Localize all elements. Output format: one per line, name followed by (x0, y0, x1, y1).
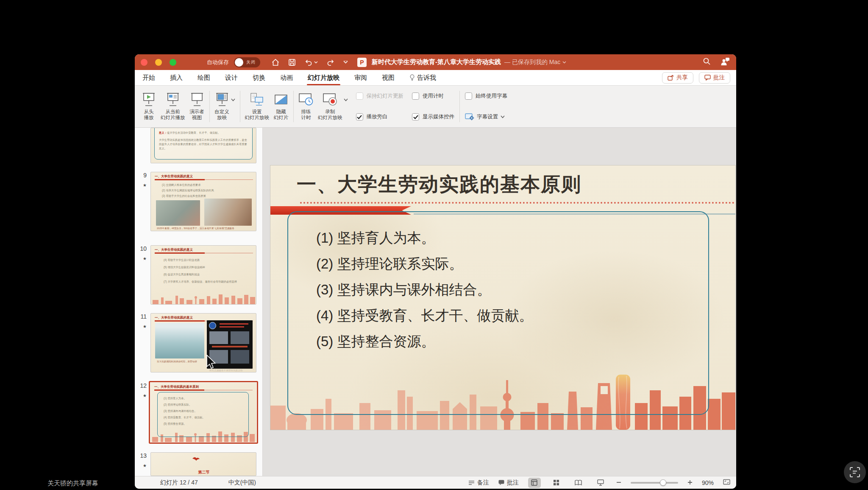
comments-statusbar-button[interactable]: 批注 (498, 479, 519, 487)
screen-share-label: 关天骄的共享屏幕 (47, 479, 98, 487)
autosave-toggle[interactable]: 关闭 (234, 57, 260, 67)
thumbnail-photo (204, 199, 252, 226)
slide-sorter-view-button[interactable] (550, 478, 563, 488)
slide-number: 13 (136, 452, 147, 459)
zoom-out-button[interactable] (616, 479, 621, 486)
comments-button[interactable]: 批注 (699, 72, 730, 84)
thumbnail-slide-13[interactable]: 第二节 (150, 452, 256, 476)
caption-settings-button[interactable]: 字幕设置 (465, 113, 507, 120)
mouse-cursor (206, 355, 216, 370)
thumbnail-slide-12-selected[interactable]: 一、大学生劳动实践的基本原则 (1) 坚持育人为本。 (2) 坚持理论联系实际。… (149, 381, 258, 444)
zoom-percentage[interactable]: 90% (702, 479, 714, 486)
thumbnail-slide-8[interactable]: 团活动、个人生活劳动等。 意义：使大学生在活动中受教育、长才干、做贡献。 大学生… (150, 128, 256, 163)
saved-status[interactable]: — 已保存到我的 Mac (504, 59, 560, 66)
thumbnail-slide-10[interactable]: 一、大学生劳动实践的意义 (4) 有助于大学生设计职业道路 (5) 增强大学生创… (150, 245, 256, 305)
save-icon[interactable] (288, 59, 296, 66)
close-window-button[interactable] (141, 59, 147, 66)
comment-icon (498, 480, 504, 485)
slideshow-view-button[interactable] (594, 478, 607, 488)
presenter-view-icon (189, 92, 205, 107)
powerpoint-app-icon: P (357, 58, 367, 67)
toolbar-overflow-icon[interactable] (343, 61, 348, 64)
slide-number: 12 (136, 382, 147, 389)
undo-button[interactable] (304, 59, 318, 66)
statusbar: 幻灯片 12 / 47 中文(中国) 备注 批注 (135, 476, 736, 489)
custom-show-button[interactable]: 自定义放映 (214, 92, 230, 121)
ribbon-tabbar: 开始 插入 绘图 设计 切换 动画 幻灯片放映 审阅 视图 告诉我 共享 批注 (135, 70, 736, 86)
tab-tell-me[interactable]: 告诉我 (409, 70, 437, 85)
slide-body-text[interactable]: (1) 坚持育人为本。 (2) 坚持理论联系实际。 (3) 坚持课内与课外相结合… (316, 225, 533, 354)
saved-chevron-icon[interactable] (562, 61, 566, 64)
rehearse-timings-button[interactable]: 排练计时 (298, 92, 314, 121)
slide-counter: 幻灯片 12 / 47 (160, 479, 198, 487)
search-icon[interactable] (703, 57, 711, 67)
tab-animations[interactable]: 动画 (279, 70, 294, 85)
tab-draw[interactable]: 绘图 (197, 70, 211, 85)
checkbox-checked-icon (356, 113, 363, 120)
keep-slides-updated-checkbox[interactable]: 保持幻灯片更新 (356, 92, 404, 100)
play-from-current-icon (165, 92, 181, 107)
show-media-controls-checkbox[interactable]: 显示媒体控件 (412, 113, 454, 120)
tab-design[interactable]: 设计 (224, 70, 239, 85)
slide-canvas[interactable]: 一、大学生劳动实践的基本原则 (270, 165, 735, 430)
share-icon (668, 75, 674, 81)
toggle-knob (235, 58, 243, 67)
skyline-graphic (151, 292, 256, 305)
presenter-view-button[interactable]: 演示者视图 (189, 92, 205, 121)
use-timings-checkbox[interactable]: 使用计时 (412, 92, 454, 100)
checkbox-unchecked-icon (412, 92, 419, 100)
play-from-start-button[interactable]: 从头播放 (141, 92, 156, 121)
powerpoint-window: 自动保存 关闭 P 新时代大学生劳动教育-第八章大学生劳动实践 — 已保存到我的… (135, 54, 736, 489)
record-slideshow-icon (323, 92, 338, 107)
play-from-start-icon (141, 92, 156, 107)
always-use-captions-checkbox[interactable]: 始终使用字幕 (465, 92, 507, 100)
minimize-window-button[interactable] (155, 59, 162, 66)
thumbnail-photo (156, 200, 200, 226)
tab-slideshow[interactable]: 幻灯片放映 (307, 70, 340, 85)
lightbulb-icon (409, 74, 415, 81)
share-button[interactable]: 共享 (662, 72, 693, 84)
notes-button[interactable]: 备注 (468, 479, 489, 487)
caption-settings-icon (465, 113, 474, 120)
zoom-slider-knob[interactable] (660, 479, 666, 486)
presenter-contact-icon[interactable] (720, 57, 730, 67)
slide-title[interactable]: 一、大学生劳动实践的基本原则 (297, 171, 581, 198)
tab-insert[interactable]: 插入 (169, 70, 184, 85)
screen: 关天骄的共享屏幕 自动保存 关闭 P 新时代大学生 (0, 0, 868, 490)
record-chevron-icon[interactable] (344, 98, 348, 101)
bird-graphic (192, 456, 200, 462)
toggle-state-label: 关闭 (246, 59, 256, 65)
setup-slideshow-button[interactable]: 设置幻灯片放映 (245, 92, 270, 121)
slide-number: 10 (136, 245, 147, 252)
home-icon[interactable] (271, 58, 280, 67)
tab-home[interactable]: 开始 (142, 70, 156, 85)
tab-view[interactable]: 视图 (381, 70, 395, 85)
screen-capture-button[interactable] (844, 461, 866, 483)
custom-show-chevron-icon[interactable] (231, 98, 235, 101)
hide-slide-button[interactable]: 隐藏幻灯片 (273, 92, 289, 121)
language-indicator[interactable]: 中文(中国) (228, 479, 256, 487)
checkbox-unchecked-icon (356, 92, 363, 100)
autosave-label: 自动保存 (207, 59, 229, 66)
animation-star-icon: ★ (136, 183, 147, 188)
tab-review[interactable]: 审阅 (353, 70, 368, 85)
tab-transitions[interactable]: 切换 (252, 70, 266, 85)
scan-frame-icon (849, 467, 860, 478)
custom-show-icon (214, 92, 230, 107)
zoom-in-button[interactable] (687, 479, 693, 486)
zoom-slider[interactable] (631, 482, 678, 484)
reading-view-button[interactable] (572, 478, 585, 488)
title-dotted-rule (300, 202, 734, 204)
record-slideshow-button[interactable]: 录制幻灯片放映 (318, 92, 342, 121)
redo-icon[interactable] (326, 59, 335, 66)
fullscreen-icon[interactable] (723, 479, 730, 486)
play-from-current-button[interactable]: 从当前幻灯片播放 (161, 92, 185, 121)
zoom-window-button[interactable] (170, 59, 176, 66)
normal-view-button[interactable] (528, 478, 541, 488)
thumbnail-slide-9[interactable]: 一、大学生劳动实践的意义 (1) 立德树人根本任务的必然要求 (2) 培养大学生… (150, 172, 256, 231)
thumbnail-slide-11[interactable]: 一、大学生劳动实践的意义 实习实践期间利用课余时间，刻苦钻研 (150, 313, 256, 372)
checkbox-unchecked-icon (465, 92, 472, 100)
animation-star-icon: ★ (136, 256, 147, 261)
thumbnail-photo (155, 323, 204, 358)
play-narrations-checkbox[interactable]: 播放旁白 (356, 113, 404, 120)
